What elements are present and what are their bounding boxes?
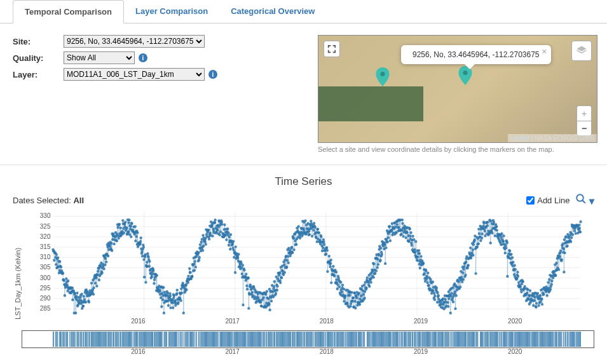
svg-point-262 bbox=[140, 236, 142, 239]
svg-point-476 bbox=[221, 220, 223, 223]
svg-point-273 bbox=[144, 255, 146, 258]
svg-point-0 bbox=[380, 72, 385, 76]
layer-select[interactable]: MOD11A1_006_LST_Day_1km bbox=[64, 68, 205, 81]
map-marker[interactable] bbox=[376, 67, 390, 86]
svg-point-170 bbox=[105, 260, 107, 263]
tab-layer[interactable]: Layer Comparison bbox=[124, 0, 219, 23]
add-line-input[interactable] bbox=[526, 196, 535, 205]
svg-point-1244 bbox=[510, 253, 512, 255]
svg-point-680 bbox=[297, 225, 300, 227]
svg-point-989 bbox=[414, 251, 416, 253]
svg-point-519 bbox=[236, 257, 239, 259]
layers-icon[interactable] bbox=[571, 41, 592, 61]
tab-temporal[interactable]: Temporal Comparison bbox=[13, 0, 124, 24]
svg-point-608 bbox=[270, 300, 273, 302]
svg-point-144 bbox=[95, 276, 98, 279]
svg-point-765 bbox=[329, 262, 332, 264]
svg-point-662 bbox=[290, 246, 293, 248]
svg-point-1262 bbox=[517, 275, 519, 278]
svg-point-623 bbox=[276, 289, 278, 292]
svg-point-653 bbox=[287, 262, 290, 264]
svg-point-1159 bbox=[478, 233, 481, 235]
svg-point-1136 bbox=[469, 246, 472, 249]
svg-point-1393 bbox=[566, 245, 569, 247]
svg-point-1294 bbox=[529, 289, 531, 292]
svg-point-667 bbox=[292, 237, 295, 239]
svg-point-831 bbox=[354, 307, 357, 309]
svg-point-615 bbox=[273, 285, 275, 288]
svg-point-804 bbox=[344, 295, 346, 297]
svg-point-766 bbox=[330, 259, 332, 261]
overview-chart[interactable] bbox=[22, 330, 594, 348]
svg-point-600 bbox=[267, 297, 269, 300]
map[interactable]: + − 9256, No, 33.4645964, -112.2703675 ×… bbox=[318, 35, 597, 143]
svg-point-69 bbox=[67, 280, 69, 282]
svg-point-1166 bbox=[481, 237, 483, 239]
svg-point-580 bbox=[259, 300, 262, 303]
close-icon[interactable]: × bbox=[542, 46, 547, 57]
svg-point-1174 bbox=[484, 230, 486, 233]
svg-point-1030 bbox=[429, 278, 432, 280]
svg-point-557 bbox=[251, 291, 254, 293]
map-popup-text: 9256, No, 33.4645964, -112.2703675 bbox=[413, 50, 540, 59]
svg-point-1022 bbox=[426, 281, 428, 284]
svg-point-842 bbox=[358, 303, 361, 306]
svg-point-1140 bbox=[470, 252, 473, 254]
svg-point-471 bbox=[219, 234, 221, 236]
time-series-chart[interactable]: 285290295300305310315320325330 bbox=[22, 210, 594, 318]
svg-point-1150 bbox=[474, 272, 477, 274]
svg-point-375 bbox=[182, 312, 185, 314]
leaflet-link[interactable]: Leaflet bbox=[510, 135, 529, 142]
svg-point-32 bbox=[53, 259, 55, 262]
fullscreen-icon[interactable] bbox=[324, 41, 340, 57]
svg-point-953 bbox=[400, 233, 403, 235]
svg-point-983 bbox=[411, 235, 414, 238]
svg-point-1322 bbox=[539, 300, 542, 303]
info-icon[interactable]: i bbox=[208, 70, 217, 79]
svg-point-1314 bbox=[536, 292, 539, 294]
svg-point-247 bbox=[134, 225, 137, 227]
svg-point-370 bbox=[181, 292, 183, 294]
svg-point-465 bbox=[216, 229, 219, 231]
site-select[interactable]: 9256, No, 33.4645964, -112.2703675 bbox=[64, 35, 205, 48]
svg-point-214 bbox=[121, 219, 124, 222]
svg-point-432 bbox=[203, 241, 206, 243]
svg-point-1383 bbox=[563, 248, 565, 250]
tab-categorical[interactable]: Categorical Overview bbox=[219, 0, 326, 23]
svg-point-1181 bbox=[486, 224, 489, 227]
quality-select[interactable]: Show All bbox=[64, 51, 135, 64]
add-line-checkbox[interactable]: Add Line bbox=[526, 196, 569, 205]
svg-point-1373 bbox=[559, 255, 561, 258]
svg-point-792 bbox=[339, 281, 342, 283]
svg-point-427 bbox=[201, 234, 204, 236]
zoom-reset-icon[interactable]: ▾ bbox=[575, 193, 594, 207]
svg-point-105 bbox=[80, 293, 83, 295]
zoom-in-button[interactable]: + bbox=[576, 105, 592, 121]
svg-point-1286 bbox=[526, 292, 528, 294]
svg-point-229 bbox=[127, 231, 130, 233]
svg-point-883 bbox=[374, 272, 376, 274]
svg-line-3 bbox=[582, 200, 585, 203]
svg-text:330: 330 bbox=[40, 212, 51, 219]
svg-point-112 bbox=[83, 299, 86, 301]
svg-point-141 bbox=[94, 282, 97, 285]
svg-point-80 bbox=[71, 286, 74, 289]
svg-point-1051 bbox=[437, 294, 440, 297]
svg-point-709 bbox=[308, 233, 311, 236]
svg-point-1025 bbox=[427, 284, 430, 286]
svg-point-388 bbox=[187, 274, 189, 277]
svg-point-532 bbox=[242, 264, 244, 266]
svg-point-1167 bbox=[481, 233, 484, 235]
svg-point-1175 bbox=[484, 234, 486, 237]
info-icon[interactable]: i bbox=[139, 53, 147, 62]
svg-point-898 bbox=[379, 246, 382, 249]
svg-point-499 bbox=[229, 248, 231, 250]
svg-point-1219 bbox=[500, 233, 503, 235]
svg-point-1234 bbox=[506, 275, 508, 278]
svg-point-1011 bbox=[422, 262, 425, 264]
svg-point-1362 bbox=[554, 274, 557, 277]
svg-point-452 bbox=[211, 234, 214, 237]
svg-point-1402 bbox=[569, 240, 572, 243]
svg-point-756 bbox=[326, 249, 329, 252]
svg-point-862 bbox=[366, 276, 369, 279]
